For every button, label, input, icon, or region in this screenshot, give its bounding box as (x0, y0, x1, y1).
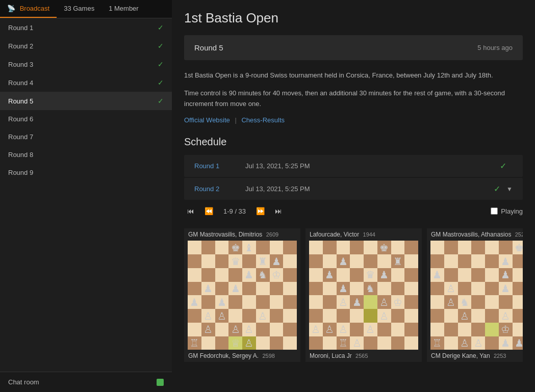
round-item[interactable]: Round 2✓ (0, 37, 172, 55)
official-website-link[interactable]: Official Website (184, 116, 230, 124)
schedule-title: Schedule (184, 136, 523, 148)
check-icon: ✓ (158, 42, 164, 50)
round-item[interactable]: Round 7 (0, 128, 172, 146)
schedule-row-1: Round 1 Jul 13, 2021, 5:25 PM ✓ (184, 155, 523, 177)
round-list: Round 1✓Round 2✓Round 3✓Round 4✓Round 5✓… (0, 18, 172, 372)
chat-room[interactable]: Chat room (0, 372, 172, 392)
playing-filter: Playing (491, 207, 523, 215)
round-label: Round 8 (8, 151, 33, 159)
round-item[interactable]: Round 6 (0, 110, 172, 128)
sidebar-tabs: 📡 Broadcast 33 Games 1 Member (0, 0, 172, 18)
chess-board-1[interactable]: ♚♝♛♜♟♟♞♔♟♟♟♟♙♙♙♙♙♙♖♕♙ (188, 241, 297, 350)
links: Official Website | Chess-Results (184, 116, 523, 124)
round-label: Round 6 (8, 115, 33, 123)
tab-member[interactable]: 1 Member (101, 0, 146, 18)
round-label: Round 5 (8, 97, 33, 105)
board3-player-top: GM Mastrovasilis, Athanasios 252 (427, 228, 523, 241)
board-card-3: GM Mastrovasilis, Athanasios 252 ♚♟♟♟♟♟♙… (427, 228, 523, 362)
chess-board-2[interactable]: ♚♟♜♟♛♟♟♞♙♟♙♔♙♙♙♙♙♖♙ (309, 241, 418, 350)
round-label: Round 3 (8, 61, 33, 68)
last-page-button[interactable]: ⏭ (272, 206, 285, 216)
board2-player-top: Lafourcade, Victor 1944 (305, 228, 422, 241)
first-page-button[interactable]: ⏮ (184, 206, 197, 216)
description1: 1st Bastia Open is a 9-round Swiss tourn… (184, 70, 523, 81)
board3-black-name: CM Derige Kane, Yan 2253 (431, 352, 506, 359)
round-label: Round 2 (8, 42, 33, 50)
tab-broadcast[interactable]: 📡 Broadcast (0, 0, 57, 18)
main-content: 1st Bastia Open Round 5 5 hours ago 1st … (172, 0, 535, 392)
page-count: 1-9 / 33 (223, 207, 246, 215)
round-label: Round 4 (8, 79, 33, 87)
chess-board-3[interactable]: ♚♟♟♟♟♟♙♟♙♞♙♙♔♖♙♙♟♟♙ (430, 241, 523, 350)
board1-white-name: GM Mastrovasilis, Dimitrios 2609 (188, 231, 278, 238)
board3-player-bottom: CM Derige Kane, Yan 2253 (427, 350, 523, 362)
round-banner: Round 5 5 hours ago (184, 35, 523, 60)
round-label: Round 7 (8, 133, 33, 141)
sidebar: 📡 Broadcast 33 Games 1 Member Round 1✓Ro… (0, 0, 172, 392)
page-title: 1st Bastia Open (184, 10, 523, 26)
board3-white-name: GM Mastrovasilis, Athanasios 252 (431, 231, 523, 238)
pagination-bar: ⏮ ⏪ 1-9 / 33 ⏩ ⏭ Playing (184, 201, 523, 221)
chevron-down-icon[interactable]: ▼ (506, 186, 513, 193)
check-icon: ✓ (158, 23, 164, 32)
description2: Time control is 90 minutes for 40 moves,… (184, 88, 523, 110)
playing-checkbox[interactable] (491, 207, 498, 215)
check-icon: ✓ (158, 60, 164, 68)
chess-results-link[interactable]: Chess-Results (241, 116, 285, 124)
board1-black-name: GM Fedorchuk, Sergey A. 2598 (188, 352, 275, 359)
boards-area: GM Mastrovasilis, Dimitrios 2609 ♚♝♛♜♟♟♞… (184, 228, 523, 362)
schedule-round1-check: ✓ (500, 161, 506, 171)
round-label: Round 9 (8, 169, 33, 176)
schedule-round2-date: Jul 13, 2021, 5:25 PM (245, 185, 494, 193)
schedule-round1-date: Jul 13, 2021, 5:25 PM (245, 162, 500, 170)
round-banner-time: 5 hours ago (477, 44, 513, 51)
schedule-round2-check: ✓ (494, 184, 500, 194)
schedule-round1-link[interactable]: Round 1 (194, 162, 235, 170)
round-item[interactable]: Round 4✓ (0, 73, 172, 92)
board2-black-name: Moroni, Luca Jr 2565 (310, 352, 368, 359)
round-item[interactable]: Round 8 (0, 146, 172, 164)
schedule-round2-link[interactable]: Round 2 (194, 185, 235, 193)
board1-player-bottom: GM Fedorchuk, Sergey A. 2598 (184, 350, 300, 362)
round-item[interactable]: Round 5✓ (0, 92, 172, 110)
check-icon: ✓ (158, 79, 164, 87)
chat-online-dot (157, 379, 164, 386)
round-item[interactable]: Round 3✓ (0, 55, 172, 73)
broadcast-icon: 📡 (7, 5, 15, 12)
round-label: Round 1 (8, 24, 33, 32)
round-item[interactable]: Round 1✓ (0, 18, 172, 37)
round-item[interactable]: Round 9 (0, 164, 172, 181)
round-banner-label: Round 5 (194, 43, 223, 52)
board2-white-name: Lafourcade, Victor 1944 (310, 231, 375, 238)
board1-player-top: GM Mastrovasilis, Dimitrios 2609 (184, 228, 300, 241)
prev-page-button[interactable]: ⏪ (201, 206, 216, 216)
check-icon: ✓ (158, 97, 164, 105)
schedule-row-2: Round 2 Jul 13, 2021, 5:25 PM ✓ ▼ (184, 178, 523, 200)
tab-games[interactable]: 33 Games (57, 0, 101, 18)
playing-label: Playing (501, 207, 523, 215)
board-card-2: Lafourcade, Victor 1944 ♚♟♜♟♛♟♟♞♙♟♙♔♙♙♙♙… (305, 228, 422, 362)
board-card-1: GM Mastrovasilis, Dimitrios 2609 ♚♝♛♜♟♟♞… (184, 228, 300, 362)
next-page-button[interactable]: ⏩ (253, 206, 268, 216)
board2-player-bottom: Moroni, Luca Jr 2565 (305, 350, 422, 362)
